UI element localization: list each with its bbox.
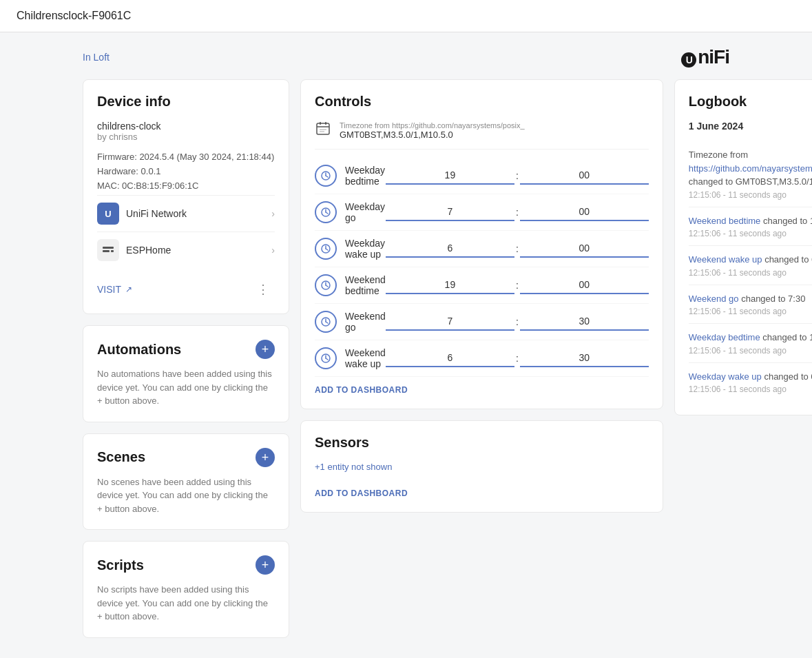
svg-rect-6 — [325, 122, 326, 125]
time-hours-2[interactable] — [386, 240, 514, 258]
log-entry: Weekday wake up changed to 6:00 12:15:06… — [689, 363, 812, 402]
time-display-2: : — [386, 240, 649, 258]
time-hours-1[interactable] — [386, 203, 514, 221]
clock-icon-3 — [315, 274, 337, 296]
breadcrumb[interactable]: In Loft — [83, 52, 110, 63]
scenes-card: Scenes + No scenes have been added using… — [83, 433, 289, 531]
controls-title: Controls — [315, 94, 649, 110]
log-link-5[interactable]: Weekday wake up — [689, 371, 762, 382]
sensors-add-to-dashboard-button[interactable]: ADD TO DASHBOARD — [315, 480, 649, 498]
unifi-logo: UniFi — [681, 46, 729, 68]
control-label-3: Weekend bedtime — [345, 274, 386, 296]
svg-line-23 — [326, 322, 328, 323]
unifi-u-icon: U — [681, 52, 696, 68]
add-script-button[interactable]: + — [256, 555, 275, 575]
log-suffix-5: changed to 6:00 — [762, 371, 812, 382]
unifi-network-row[interactable]: U UniFi Network › — [97, 195, 275, 232]
visit-button[interactable]: VISIT ↗ — [97, 284, 132, 295]
unifi-chevron-icon: › — [271, 208, 275, 219]
logbook-entries: Timezone from https://github.com/nayarsy… — [689, 141, 812, 401]
time-colon-0: : — [514, 170, 520, 181]
control-rows: Weekday bedtime : Weekday go : — [315, 158, 649, 377]
device-info-footer: VISIT ↗ ⋮ — [97, 274, 275, 300]
log-suffix-0: changed to GMT0BST,M3.5.0/1,M10.5.0 — [689, 176, 812, 187]
more-options-button[interactable]: ⋮ — [251, 279, 275, 300]
log-suffix-4: changed to 19:00 — [760, 332, 812, 342]
main-content: In Loft UniFi Device info childrens-cloc… — [0, 32, 812, 658]
external-link-icon: ↗ — [125, 285, 132, 294]
time-minutes-4[interactable] — [520, 313, 649, 331]
log-link-3[interactable]: Weekend go — [689, 294, 739, 304]
log-text-1: Weekend bedtime changed to 19:00 — [689, 214, 812, 228]
time-hours-5[interactable] — [386, 349, 514, 367]
log-entry: Weekend go changed to 7:30 12:15:06 - 11… — [689, 285, 812, 325]
controls-add-to-dashboard-button[interactable]: ADD TO DASHBOARD — [315, 377, 649, 395]
log-link-4[interactable]: Weekday bedtime — [689, 332, 760, 342]
page-title: Childrensclock-F9061C — [17, 10, 131, 22]
time-minutes-0[interactable] — [520, 167, 649, 185]
time-display-4: : — [386, 313, 649, 331]
log-link-2[interactable]: Weekend wake up — [689, 254, 762, 265]
mac-label: MAC: 0C:B8:15:F9:06:1C — [97, 181, 275, 191]
svg-rect-0 — [103, 247, 114, 249]
control-label-4: Weekend go — [345, 311, 386, 333]
scenes-header: Scenes + — [97, 448, 275, 467]
log-time-0: 12:15:06 - 11 seconds ago — [689, 190, 812, 200]
time-hours-0[interactable] — [386, 167, 514, 185]
control-row: Weekday go : — [315, 194, 649, 231]
clock-icon-4 — [315, 311, 337, 333]
log-prefix-0: Timezone from — [689, 150, 748, 160]
time-colon-4: : — [514, 316, 520, 327]
visit-label: VISIT — [97, 284, 121, 295]
left-column: Device info childrens-clock by chrisns F… — [83, 79, 289, 649]
log-text-0: Timezone from https://github.com/nayarsy… — [689, 148, 812, 189]
sensors-title: Sensors — [315, 435, 649, 451]
control-row: Weekend bedtime : — [315, 267, 649, 304]
svg-line-14 — [326, 212, 328, 214]
control-label-2: Weekday wake up — [345, 238, 386, 260]
control-row: Weekday wake up : — [315, 231, 649, 267]
time-minutes-1[interactable] — [520, 203, 649, 221]
log-suffix-1: changed to 19:00 — [760, 216, 812, 226]
columns-layout: Device info childrens-clock by chrisns F… — [83, 79, 729, 649]
control-label-0: Weekday bedtime — [345, 165, 386, 187]
time-hours-3[interactable] — [386, 276, 514, 294]
unifi-network-left: U UniFi Network — [97, 203, 187, 225]
time-minutes-5[interactable] — [520, 349, 649, 367]
time-display-3: : — [386, 276, 649, 294]
log-text-4: Weekday bedtime changed to 19:00 — [689, 331, 812, 345]
log-link-0[interactable]: https://github.com/nayarsystems/posix_tz… — [689, 163, 812, 174]
esphome-chevron-icon: › — [271, 245, 275, 256]
time-hours-4[interactable] — [386, 313, 514, 331]
log-link-1[interactable]: Weekend bedtime — [689, 216, 761, 226]
time-minutes-3[interactable] — [520, 276, 649, 294]
svg-rect-1 — [103, 250, 110, 252]
log-entry: Weekend bedtime changed to 19:00 12:15:0… — [689, 207, 812, 247]
time-minutes-2[interactable] — [520, 240, 649, 258]
entity-not-shown-link[interactable]: +1 entity not shown — [315, 462, 649, 472]
unifi-network-icon: U — [97, 203, 119, 225]
svg-line-26 — [326, 358, 328, 360]
add-automation-button[interactable]: + — [256, 340, 275, 359]
esphome-row[interactable]: ESPHome › — [97, 232, 275, 268]
svg-rect-5 — [320, 122, 321, 125]
timezone-icon — [315, 121, 331, 141]
clock-icon-2 — [315, 238, 337, 260]
control-label-1: Weekday go — [345, 201, 386, 223]
time-display-1: : — [386, 203, 649, 221]
svg-line-17 — [326, 249, 328, 250]
device-info-title: Device info — [97, 94, 275, 110]
breadcrumb-row: In Loft UniFi — [83, 46, 729, 68]
log-text-5: Weekday wake up changed to 6:00 — [689, 370, 812, 384]
clock-icon-0 — [315, 165, 337, 187]
log-time-4: 12:15:06 - 11 seconds ago — [689, 346, 812, 356]
scripts-title: Scripts — [97, 557, 144, 573]
timezone-row: Timezone from https://github.com/nayarsy… — [315, 121, 649, 150]
svg-rect-2 — [111, 250, 114, 252]
add-scene-button[interactable]: + — [256, 448, 275, 467]
controls-card: Controls Timezone fr — [300, 79, 663, 409]
log-entry: Weekday bedtime changed to 19:00 12:15:0… — [689, 324, 812, 363]
control-label-5: Weekend wake up — [345, 347, 386, 369]
time-colon-1: : — [514, 207, 520, 218]
svg-rect-3 — [317, 123, 329, 134]
